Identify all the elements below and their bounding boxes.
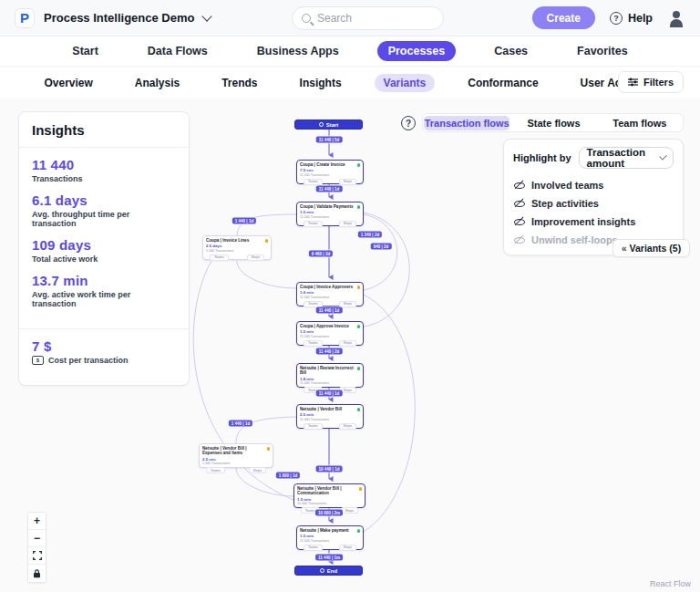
filters-button[interactable]: Filters	[618, 71, 684, 93]
start-node-label: Start	[326, 122, 339, 128]
flow-tab-state-flows[interactable]: State flows	[510, 116, 596, 130]
edge-label[interactable]: 1 440 | 1d	[229, 421, 252, 427]
tab-variants[interactable]: Variants	[375, 74, 436, 92]
insights-panel: Insights 11 440Transactions6.1 daysAvg. …	[18, 111, 190, 386]
flow-node[interactable]: Coupa | Approve Invoice1.5 min11 440 Tra…	[296, 321, 364, 346]
node-title: Coupa | Invoice Lines	[206, 238, 249, 243]
node-chip: Steps	[249, 467, 266, 473]
app-title: Process Intelligence Demo	[44, 11, 194, 25]
flow-canvas[interactable]: Insights 11 440Transactions6.1 daysAvg. …	[0, 99, 700, 592]
node-chip: Steps	[339, 423, 356, 430]
metric-value: 109 days	[32, 237, 176, 253]
search-input[interactable]: Search	[292, 6, 444, 30]
flow-node[interactable]: Netsuite | Review Incorrect Bill1.8 min1…	[296, 363, 364, 388]
metric: 13.7 minAvg. active work time per transa…	[32, 273, 176, 308]
reactflow-attribution: React Flow	[650, 579, 691, 588]
node-transactions: 11 440 Transactions	[300, 335, 360, 338]
lock-icon	[33, 569, 41, 578]
tab-overview[interactable]: Overview	[35, 74, 101, 92]
edge-label[interactable]: 10 000 | 2m	[315, 510, 343, 516]
metric-value: 11 440	[32, 157, 176, 172]
status-dot	[357, 325, 361, 328]
chevron-down-icon[interactable]	[202, 11, 212, 21]
start-node[interactable]: Start	[294, 119, 363, 130]
flow-help-icon[interactable]: ?	[401, 116, 416, 130]
node-duration: 1.6 min	[300, 290, 360, 295]
tab-processes[interactable]: Processes	[377, 41, 457, 61]
tab-business-apps[interactable]: Business Apps	[246, 41, 350, 61]
metric: 6.1 daysAvg. throughput time per transac…	[32, 192, 176, 228]
status-dot	[357, 205, 361, 209]
tab-analysis[interactable]: Analysis	[126, 74, 189, 92]
node-duration: 1.5 min	[300, 329, 360, 334]
insights-title: Insights	[19, 112, 189, 148]
edge-label[interactable]: 11 440 | 1d	[316, 307, 343, 314]
edge-label[interactable]: 940 | 2d	[371, 244, 392, 250]
edge-label[interactable]: 11 440 | 5d	[316, 137, 343, 143]
tab-start[interactable]: Start	[61, 41, 108, 61]
flow-node[interactable]: Coupa | Invoice Lines2.5 days1 440 Trans…	[202, 235, 272, 260]
app-logo-icon[interactable]: P	[15, 8, 35, 28]
page: P Process Intelligence Demo Search Creat…	[0, 0, 700, 592]
filter-icon	[628, 78, 638, 87]
tab-cases[interactable]: Cases	[483, 41, 539, 61]
node-header: Coupa | Invoice Approvers	[300, 285, 360, 289]
node-header: Coupa | Approve Invoice	[300, 324, 360, 328]
tab-trends[interactable]: Trends	[212, 74, 266, 92]
flow-node[interactable]: Coupa | Validate Payments1.5 min11 440 T…	[296, 202, 364, 226]
edge-label[interactable]: 1 000 | 1d	[276, 473, 300, 479]
zoom-in-button[interactable]: +	[28, 513, 46, 530]
flow-tab-team-flows[interactable]: Team flows	[597, 116, 683, 130]
node-title: Netsuite | Vendor Bill	[300, 407, 342, 411]
edge-label[interactable]: 11 440 | 2d	[316, 348, 343, 355]
variants-button[interactable]: « Variants (5)	[612, 239, 690, 257]
flow-node[interactable]: Netsuite | Vendor Bill2.5 min11 440 Tran…	[296, 404, 364, 429]
option-improvement-insights[interactable]: Improvement insights	[513, 213, 674, 231]
metric-value: 7 $	[32, 338, 176, 354]
edge-label[interactable]: 1 240 | 2d	[358, 232, 382, 238]
option-involved-teams[interactable]: Involved teams	[513, 176, 674, 194]
fit-view-button[interactable]	[28, 547, 46, 565]
node-header: Coupa | Create Invoice	[300, 162, 360, 167]
tab-favorites[interactable]: Favorites	[566, 41, 639, 61]
eye-off-icon	[514, 234, 525, 245]
help-label: Help	[628, 12, 653, 25]
tab-data-flows[interactable]: Data Flows	[137, 41, 219, 61]
metric: 11 440Transactions	[32, 157, 176, 183]
edge-label[interactable]: 10 440 | 1d	[316, 466, 343, 473]
node-transactions: 10 440 Transactions	[297, 502, 362, 505]
option-label: Unwind self-loops	[531, 234, 618, 245]
flow-node[interactable]: Netsuite | Make payment1.5 min11 440 Tra…	[296, 525, 364, 550]
node-chip: Teams	[304, 545, 323, 551]
node-header: Netsuite | Vendor Bill	[300, 407, 360, 411]
edge-label[interactable]: 9 460 | 3d	[309, 251, 333, 257]
node-title: Netsuite | Vendor Bill | Expenses and It…	[202, 446, 265, 456]
node-chip: Teams	[304, 423, 323, 430]
node-chips: TeamsSteps	[300, 545, 360, 552]
flow-tab-transaction-flows[interactable]: Transaction flows	[424, 116, 510, 130]
user-avatar[interactable]	[667, 9, 685, 27]
metric-label: Total active work	[32, 254, 176, 264]
flow-node[interactable]: Netsuite | Vendor Bill | Communication1.…	[293, 483, 365, 508]
edge-label[interactable]: 1 440 | 1d	[232, 218, 256, 224]
zoom-out-button[interactable]: −	[28, 530, 46, 547]
tab-conformance[interactable]: Conformance	[458, 74, 547, 92]
end-node[interactable]: End	[294, 566, 363, 576]
create-button[interactable]: Create	[532, 6, 595, 29]
tab-insights[interactable]: Insights	[291, 74, 351, 92]
flow-node[interactable]: Coupa | Invoice Approvers1.6 min11 440 T…	[296, 282, 364, 306]
highlight-by-select[interactable]: Transaction amount	[579, 147, 674, 169]
metric-label: $ Cost per transaction	[32, 356, 176, 365]
node-title: Coupa | Approve Invoice	[300, 324, 349, 328]
edge-label[interactable]: 11 440 | 1d	[316, 390, 343, 397]
circle-icon	[320, 568, 324, 573]
help-button[interactable]: ? Help	[610, 12, 653, 25]
flow-node[interactable]: Coupa | Create Invoice7.5 sec11 440 Tran…	[296, 160, 364, 184]
option-step-activities[interactable]: Step activities	[513, 194, 674, 213]
edge-label[interactable]: 11 440 | 1m	[315, 555, 343, 561]
node-title: Coupa | Create Invoice	[300, 162, 345, 167]
metric: 109 daysTotal active work	[32, 237, 176, 264]
lock-button[interactable]	[28, 565, 46, 582]
flow-node[interactable]: Netsuite | Vendor Bill | Expenses and It…	[199, 443, 273, 468]
edge-label[interactable]: 11 440 | 1d	[316, 186, 343, 192]
